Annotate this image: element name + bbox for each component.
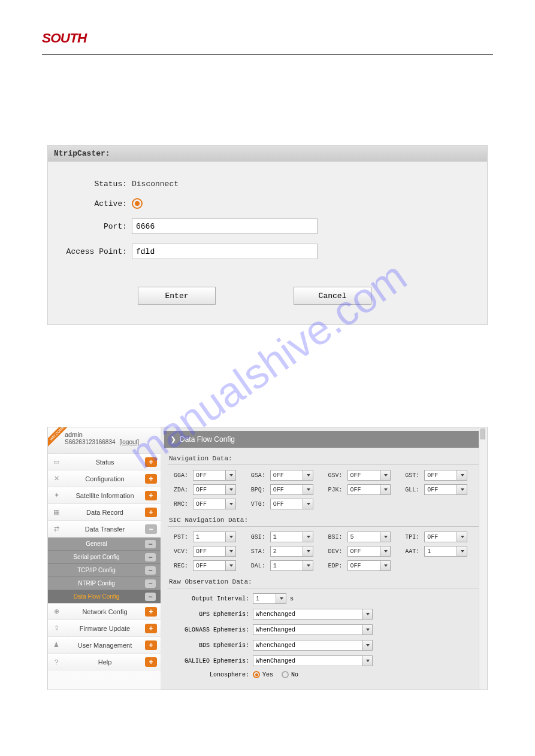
sidebar: admin S66263123166834 [logout] ▭Status+ …	[48, 427, 161, 690]
sidebar-item-user-mgmt[interactable]: ♟User Management+	[48, 637, 161, 654]
access-point-label: Access Point:	[54, 247, 132, 256]
bsi-label: BSI:	[326, 534, 344, 541]
aat-select[interactable]: 1	[424, 546, 467, 557]
zda-select[interactable]: OFF	[193, 484, 236, 495]
port-input[interactable]	[132, 218, 318, 234]
glonass-eph-select[interactable]: WhenChanged	[253, 624, 373, 635]
subitem-serial[interactable]: Serial port Config−	[48, 551, 161, 564]
pst-select[interactable]: 1	[193, 532, 236, 542]
vtg-label: VTG:	[249, 501, 267, 508]
sic-title: SIC Navigation Data:	[168, 514, 480, 527]
subitem-general[interactable]: General−	[48, 538, 161, 551]
gll-label: GLL:	[403, 487, 421, 493]
active-radio[interactable]	[132, 198, 143, 209]
tpi-select[interactable]: OFF	[424, 532, 467, 542]
admin-serial: S66263123166834	[65, 439, 116, 445]
rmc-select[interactable]: OFF	[193, 499, 236, 509]
glonass-eph-label: GLONASS Ephemeris:	[171, 627, 249, 633]
rec-select[interactable]: OFF	[193, 560, 236, 571]
main-content: ❯Data Flow Config Navigation Data: GGA:O…	[161, 427, 487, 690]
rec-label: REC:	[171, 563, 189, 569]
plus-icon: +	[145, 607, 157, 617]
minus-icon: −	[145, 540, 156, 548]
interval-label: Output Interval:	[171, 596, 249, 602]
vcv-label: VCV:	[171, 548, 189, 555]
minus-icon: −	[145, 566, 156, 575]
pjk-select[interactable]: OFF	[347, 484, 391, 495]
aat-label: AAT:	[403, 548, 421, 555]
sidebar-item-firmware[interactable]: ⇪Firmware Update+	[48, 620, 161, 637]
raw-title: Raw Observation Data:	[168, 576, 480, 588]
status-value: Disconnect	[132, 180, 179, 189]
chevron-right-icon: ❯	[170, 435, 176, 444]
iono-no-radio[interactable]: No	[282, 671, 298, 678]
bsi-select[interactable]: 5	[347, 532, 391, 542]
sidebar-item-network[interactable]: ⊕Network Config+	[48, 603, 161, 620]
dev-select[interactable]: OFF	[347, 546, 391, 557]
sidebar-item-help[interactable]: ?Help+	[48, 654, 161, 670]
bpq-label: BPQ:	[249, 487, 267, 493]
galileo-eph-select[interactable]: WhenChanged	[253, 655, 373, 666]
galileo-eph-label: GALILEO Ephemeris:	[171, 658, 249, 664]
welcome-ribbon-icon	[47, 427, 72, 451]
enter-button[interactable]: Enter	[138, 287, 216, 305]
gsi-label: GSI:	[249, 534, 267, 541]
interval-select[interactable]: 1	[253, 593, 286, 604]
rmc-label: RMC:	[171, 501, 189, 508]
dev-label: DEV:	[326, 548, 344, 555]
minus-icon: −	[145, 593, 156, 601]
logout-link[interactable]: [logout]	[119, 439, 139, 445]
interval-unit: s	[290, 596, 294, 602]
gst-label: GST:	[403, 472, 421, 479]
gsa-select[interactable]: OFF	[270, 470, 313, 481]
pjk-label: PJK:	[326, 487, 344, 493]
cancel-button[interactable]: Cancel	[294, 287, 371, 305]
sidebar-item-data-record[interactable]: ▦Data Record+	[48, 504, 161, 521]
vtg-select[interactable]: OFF	[270, 499, 313, 509]
dal-select[interactable]: 1	[270, 560, 313, 571]
divider	[42, 54, 493, 55]
edp-select[interactable]: OFF	[347, 560, 391, 571]
plus-icon: +	[145, 491, 157, 500]
ionosphere-label: Lonosphere:	[171, 672, 249, 678]
gsi-select[interactable]: 1	[270, 532, 313, 542]
subitem-tcpip[interactable]: TCP/IP Config−	[48, 564, 161, 577]
scrollbar[interactable]	[479, 427, 487, 690]
gsv-label: GSV:	[326, 472, 344, 479]
sidebar-item-satellite[interactable]: ✶Satellite Information+	[48, 487, 161, 504]
plus-icon: +	[145, 474, 157, 484]
sidebar-item-configuration[interactable]: ✕Configuration+	[48, 470, 161, 487]
data-flow-config-panel: admin S66263123166834 [logout] ▭Status+ …	[47, 427, 488, 690]
bpq-select[interactable]: OFF	[270, 484, 313, 495]
gsa-label: GSA:	[249, 472, 267, 479]
gps-eph-select[interactable]: WhenChanged	[253, 609, 373, 620]
sidebar-item-status[interactable]: ▭Status+	[48, 454, 161, 470]
admin-user: admin	[65, 431, 156, 438]
plus-icon: +	[145, 508, 157, 517]
bds-eph-label: BDS Ephemeris:	[171, 642, 249, 649]
access-point-input[interactable]	[132, 244, 318, 259]
sta-label: STA:	[249, 548, 267, 555]
gll-select[interactable]: OFF	[424, 484, 467, 495]
gsv-select[interactable]: OFF	[347, 470, 391, 481]
status-label: Status:	[54, 180, 132, 189]
minus-icon: −	[145, 524, 157, 534]
gst-select[interactable]: OFF	[424, 470, 467, 481]
subitem-ntrip[interactable]: NTRIP Config−	[48, 577, 161, 590]
scrollbar-thumb[interactable]	[480, 429, 485, 439]
bds-eph-select[interactable]: WhenChanged	[253, 640, 373, 651]
tpi-label: TPI:	[403, 534, 421, 541]
vcv-select[interactable]: OFF	[193, 546, 236, 557]
sta-select[interactable]: 2	[270, 546, 313, 557]
gga-select[interactable]: OFF	[193, 470, 236, 481]
sidebar-item-data-transfer[interactable]: ⇄Data Transfer−	[48, 521, 161, 538]
iono-yes-radio[interactable]: Yes	[253, 671, 273, 678]
main-header: ❯Data Flow Config	[164, 431, 483, 448]
pst-label: PST:	[171, 534, 189, 541]
active-label: Active:	[54, 199, 132, 208]
edp-label: EDP:	[326, 563, 344, 569]
subitem-data-flow[interactable]: Data Flow Config−	[48, 590, 161, 603]
welcome-block: admin S66263123166834 [logout]	[48, 427, 161, 454]
nav-data-title: Navigation Data:	[168, 453, 480, 465]
ntrip-caster-panel: NtripCaster: Status: Disconnect Active: …	[47, 145, 488, 325]
